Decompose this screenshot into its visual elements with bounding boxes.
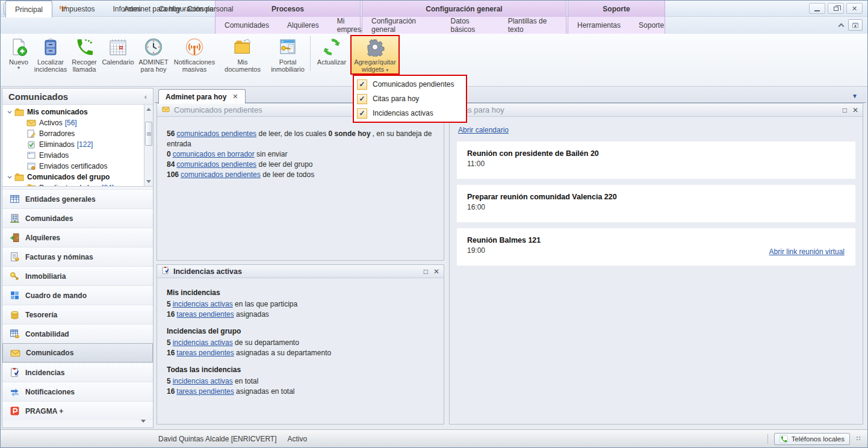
item-count: [56] [65,119,77,127]
scroll-up-icon[interactable] [146,108,151,111]
appointment-title: Preparar reunión comunidad Valencia 220 [467,193,845,201]
appointment-card[interactable]: Reunión con presidente de Bailén 20 11:0… [457,142,855,179]
appointment-card[interactable]: Reunión Balmes 121 19:00 Abrir link reun… [457,228,855,266]
sidebar-item-inmobiliaria[interactable]: Inmobiliaria [2,266,153,285]
collapse-ribbon-icon[interactable] [839,23,845,29]
maximize-widget-icon[interactable]: □ [843,106,847,114]
appointment-time: 11:00 [467,160,845,168]
sidebar-item-notificaciones[interactable]: Notificaciones [2,382,153,401]
tree-item-pendientes-de-leer[interactable]: Pendientes de leer [84] [2,182,153,187]
checkbox-checked[interactable]: ✓ [357,94,367,104]
menu-item-comunicados-pendientes[interactable]: ✓ Comunicados pendientes [354,77,466,92]
close-widget-icon[interactable]: ✕ [433,267,439,276]
close-widget-icon[interactable]: ✕ [852,106,858,114]
pin-button[interactable] [848,19,863,31]
cabinet-icon [41,37,60,57]
app-mini-icon [852,22,859,29]
tareas-pendientes-link[interactable]: tareas pendientes [176,310,234,319]
tab-configuracion-personal[interactable]: Configuración personal [150,1,242,17]
tareas-pendientes-link[interactable]: tareas pendientes [176,349,234,357]
menu-item-incidencias-activas[interactable]: ✓ Incidencias activas [354,106,466,120]
phone-icon [780,435,788,443]
comunicados-line: 84comunicados pendientes de leer del gru… [167,160,434,170]
toolbar-button-notificaciones-masivas[interactable]: Notificaciones masivas [172,35,217,75]
close-button[interactable]: ✕ [846,3,863,14]
checkbox-checked[interactable]: ✓ [357,108,367,119]
toolbar-button-nuevo[interactable]: Nuevo ▾ [4,35,33,75]
incidencias-activas-link[interactable]: incidencias activas [173,377,233,385]
open-calendar-link[interactable]: Abrir calendario [458,126,509,134]
document-tab-adminet-para-hoy[interactable]: Adminet para hoy ✕ [158,89,246,104]
minimize-button[interactable] [809,3,825,14]
tree-item-mis-comunicados[interactable]: Mis comunicados [2,107,153,117]
sidebar-item-contabilidad[interactable]: Contabilidad [2,324,153,343]
tree-item-comunicados-del-grupo[interactable]: Comunicados del grupo [2,172,153,182]
sidebar-item-comunicados[interactable]: Comunicados [2,343,153,362]
tab-plantillas-texto[interactable]: Plantillas de texto [499,17,566,34]
close-tab-icon[interactable]: ✕ [232,93,238,101]
tab-alquileres[interactable]: Alquileres [278,17,328,34]
appointment-card[interactable]: Preparar reunión comunidad Valencia 220 … [457,185,855,222]
menu-item-citas-para-hoy[interactable]: ✓ Citas para hoy [354,92,466,106]
tree-scrollbar[interactable] [144,105,153,186]
scroll-down-icon[interactable] [146,180,151,183]
tab-configuracion-general[interactable]: Configuración general [362,17,442,34]
comunicados-grupo-link[interactable]: comunicados pendientes [176,160,256,169]
toolbar-button-portal-inmobiliario[interactable]: Portal inmobiliario [268,35,308,75]
comunicados-pendientes-link[interactable]: comunicados pendientes [176,129,256,138]
tab-datos-basicos[interactable]: Datos básicos [442,17,499,34]
sidebar-item-entidades-generales[interactable]: Entidades generales [2,189,153,208]
tab-comunidades[interactable]: Comunidades [215,17,278,34]
toolbar-button-localizar-incidencias[interactable]: Localizar incidencias [33,35,68,75]
virtual-meeting-link[interactable]: Abrir link reunión virtual [769,247,845,256]
restore-icon [834,7,839,11]
tab-impuestos[interactable]: Impuestos [52,1,104,17]
tab-principal[interactable]: Principal [5,1,52,17]
tree-item-enviados-certificados[interactable]: Enviados certificados [2,161,153,172]
tareas-pendientes-link[interactable]: tareas pendientes [176,387,234,396]
comunicados-borrador-link[interactable]: comunicados en borrador [173,150,255,158]
tree-item-activos[interactable]: Activos [56] [2,117,153,128]
incidencias-activas-link[interactable]: incidencias activas [173,338,233,347]
local-phones-button[interactable]: Teléfonos locales [774,433,850,445]
sidebar-item-alquileres[interactable]: Alquileres [2,228,153,247]
checkbox-checked[interactable]: ✓ [357,79,367,90]
minimize-icon [814,10,820,11]
sidebar-item-comunidades[interactable]: Comunidades [2,208,153,228]
resize-grip[interactable] [856,436,861,441]
collapse-panel-icon[interactable]: ‹ [144,92,147,101]
comunicados-line: 56comunicados pendientes de leer, de los… [167,129,434,149]
sidebar-item-cuadro-de-mando[interactable]: Cuadro de mando [2,285,153,305]
scrollbar-thumb[interactable] [145,122,152,146]
tree-item-enviados[interactable]: Enviados [2,150,153,161]
check-icon: ✓ [359,109,365,117]
chevron-down-icon[interactable] [8,110,12,114]
sidebar-item-facturas-nominas[interactable]: Facturas y nóminas [2,247,153,266]
sidebar-item-incidencias[interactable]: Incidencias [2,362,153,382]
widget-title: Comunicados pendientes [174,105,262,114]
tree-item-eliminados[interactable]: Eliminados [122] [2,139,153,150]
tab-informes[interactable]: Informes [104,1,150,17]
toolbar-button-agregar-quitar-widgets[interactable]: Agregar/quitar widgets ▾ [350,35,400,75]
section-heading: Incidencias del grupo [167,327,434,335]
tree-item-borradores[interactable]: Borradores [2,128,153,139]
maximize-widget-icon[interactable]: □ [424,267,428,276]
sidebar-item-tesoreria[interactable]: Tesorería [2,305,153,324]
tab-herramientas[interactable]: Herramientas [568,17,630,34]
pragma-logo-icon [10,406,20,416]
tab-list-icon[interactable]: ▼ [852,93,858,99]
restore-button[interactable] [828,3,844,14]
toolbar-button-calendario[interactable]: Calendario [101,35,135,75]
incidencias-activas-link[interactable]: incidencias activas [173,300,233,308]
sidebar-overflow-icon[interactable] [141,420,146,423]
toolbar-button-actualizar[interactable]: Actualizar [313,35,350,75]
toolbar-button-mis-documentos[interactable]: Mis documentos [217,35,268,75]
comunicados-todos-link[interactable]: comunicados pendientes [181,170,261,179]
mail-icon [26,118,36,128]
toolbar-button-recoger-llamada[interactable]: Recoger llamada [68,35,101,75]
tab-soporte[interactable]: Soporte [630,17,673,34]
toolbar-button-adminet-para-hoy[interactable]: ADMINET para hoy [135,35,172,75]
widget-comunicados-pendientes: Comunicados pendientes 56comunicados pen… [157,103,444,261]
chevron-down-icon[interactable] [8,175,12,179]
sidebar-item-pragma[interactable]: PRAGMA + [2,401,153,420]
